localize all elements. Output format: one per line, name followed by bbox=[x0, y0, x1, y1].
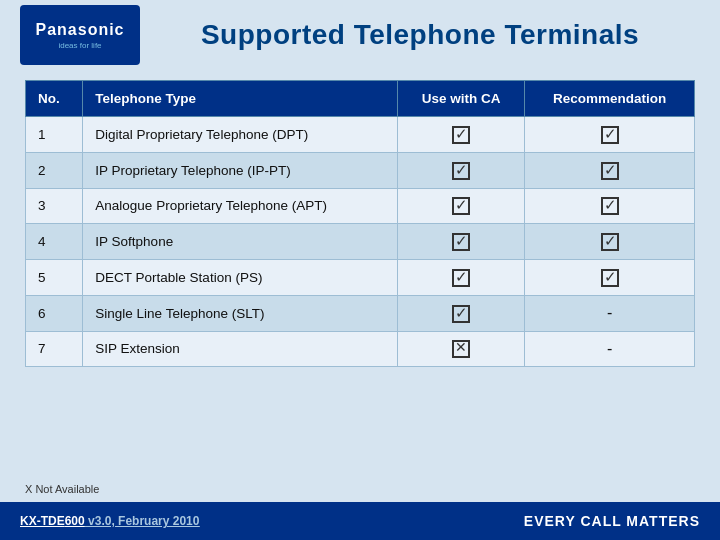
check-icon bbox=[452, 233, 470, 251]
cell-ca bbox=[398, 260, 525, 296]
logo: Panasonic ideas for life bbox=[20, 5, 140, 65]
check-icon bbox=[452, 197, 470, 215]
cell-ca bbox=[398, 331, 525, 367]
cell-type: Single Line Telephone (SLT) bbox=[83, 295, 398, 331]
table-row: 7SIP Extension- bbox=[26, 331, 695, 367]
cell-no: 3 bbox=[26, 188, 83, 224]
cell-type: DECT Portable Station (PS) bbox=[83, 260, 398, 296]
header: Panasonic ideas for life Supported Telep… bbox=[0, 0, 720, 70]
cell-type: IP Softphone bbox=[83, 224, 398, 260]
check-icon bbox=[601, 233, 619, 251]
footnote: X Not Available bbox=[25, 483, 99, 495]
version-text: KX-TDE600 v3.0, February 2010 bbox=[20, 514, 199, 528]
table-row: 5DECT Portable Station (PS) bbox=[26, 260, 695, 296]
cell-ca bbox=[398, 224, 525, 260]
col-no: No. bbox=[26, 81, 83, 117]
main-content: No. Telephone Type Use with CA Recommend… bbox=[0, 70, 720, 367]
check-icon bbox=[601, 126, 619, 144]
cell-recommendation bbox=[525, 117, 695, 153]
table-row: 6Single Line Telephone (SLT)- bbox=[26, 295, 695, 331]
check-icon bbox=[452, 269, 470, 287]
cell-type: IP Proprietary Telephone (IP-PT) bbox=[83, 152, 398, 188]
brand-tagline: ideas for life bbox=[58, 41, 101, 50]
cell-recommendation bbox=[525, 188, 695, 224]
table-header-row: No. Telephone Type Use with CA Recommend… bbox=[26, 81, 695, 117]
table-row: 1Digital Proprietary Telephone (DPT) bbox=[26, 117, 695, 153]
page-title: Supported Telephone Terminals bbox=[140, 19, 700, 51]
cell-ca bbox=[398, 152, 525, 188]
terminals-table: No. Telephone Type Use with CA Recommend… bbox=[25, 80, 695, 367]
cell-no: 1 bbox=[26, 117, 83, 153]
cell-no: 5 bbox=[26, 260, 83, 296]
col-rec: Recommendation bbox=[525, 81, 695, 117]
cell-recommendation bbox=[525, 152, 695, 188]
cell-no: 4 bbox=[26, 224, 83, 260]
footer-bar: KX-TDE600 v3.0, February 2010 EVERY CALL… bbox=[0, 502, 720, 540]
footer-slogan: EVERY CALL MATTERS bbox=[524, 513, 700, 529]
table-row: 4IP Softphone bbox=[26, 224, 695, 260]
cell-no: 2 bbox=[26, 152, 83, 188]
check-icon bbox=[601, 269, 619, 287]
brand-name: Panasonic bbox=[35, 21, 124, 39]
cell-recommendation bbox=[525, 260, 695, 296]
col-type: Telephone Type bbox=[83, 81, 398, 117]
cell-recommendation bbox=[525, 224, 695, 260]
footer-version: KX-TDE600 v3.0, February 2010 bbox=[20, 514, 199, 528]
cell-ca bbox=[398, 117, 525, 153]
cell-ca bbox=[398, 188, 525, 224]
col-ca: Use with CA bbox=[398, 81, 525, 117]
cell-no: 7 bbox=[26, 331, 83, 367]
table-row: 2IP Proprietary Telephone (IP-PT) bbox=[26, 152, 695, 188]
check-icon bbox=[452, 305, 470, 323]
cross-icon bbox=[452, 340, 470, 358]
cell-type: Digital Proprietary Telephone (DPT) bbox=[83, 117, 398, 153]
cell-recommendation: - bbox=[525, 295, 695, 331]
check-icon bbox=[452, 162, 470, 180]
table-row: 3Analogue Proprietary Telephone (APT) bbox=[26, 188, 695, 224]
check-icon bbox=[452, 126, 470, 144]
cell-no: 6 bbox=[26, 295, 83, 331]
cell-ca bbox=[398, 295, 525, 331]
cell-type: SIP Extension bbox=[83, 331, 398, 367]
cell-recommendation: - bbox=[525, 331, 695, 367]
cell-type: Analogue Proprietary Telephone (APT) bbox=[83, 188, 398, 224]
check-icon bbox=[601, 197, 619, 215]
check-icon bbox=[601, 162, 619, 180]
